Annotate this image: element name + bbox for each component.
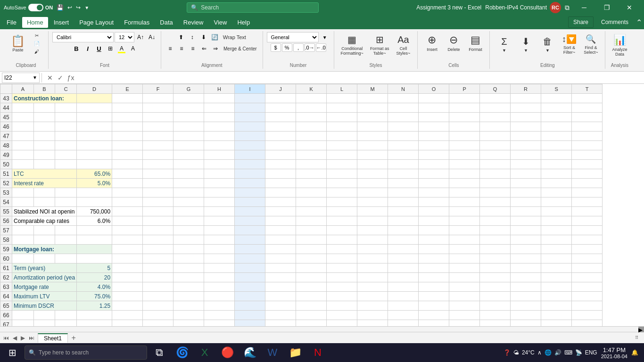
cell[interactable] xyxy=(480,273,511,282)
cell[interactable] xyxy=(112,292,143,301)
cell[interactable] xyxy=(419,226,449,235)
cell[interactable] xyxy=(511,282,541,292)
cell[interactable] xyxy=(357,94,388,103)
cell[interactable] xyxy=(12,113,34,122)
restore-button[interactable]: ❐ xyxy=(596,0,618,15)
menu-home[interactable]: Home xyxy=(22,17,48,28)
col-header-A[interactable]: A xyxy=(12,84,34,94)
cell[interactable] xyxy=(449,320,480,327)
cell[interactable] xyxy=(204,263,235,273)
cell[interactable] xyxy=(112,207,143,216)
cell[interactable] xyxy=(173,113,204,122)
cell[interactable] xyxy=(541,282,572,292)
sheet-nav-first[interactable]: ⏮ xyxy=(2,335,10,341)
orientation-button[interactable]: 🔄 xyxy=(210,32,220,42)
cell[interactable] xyxy=(511,245,541,254)
decrease-font-button[interactable]: A↓ xyxy=(147,32,157,42)
cell[interactable] xyxy=(327,207,357,216)
taskbar-files[interactable]: 📁 xyxy=(285,343,305,362)
col-header-R[interactable]: R xyxy=(511,84,541,94)
cell[interactable] xyxy=(449,197,480,207)
cell[interactable] xyxy=(235,169,265,179)
cell[interactable] xyxy=(204,94,235,103)
cell[interactable] xyxy=(296,207,327,216)
col-header-S[interactable]: S xyxy=(541,84,572,94)
cell[interactable] xyxy=(235,141,265,150)
cell[interactable] xyxy=(77,113,112,122)
cell[interactable] xyxy=(572,150,603,160)
search-bar[interactable]: 🔍 xyxy=(187,2,319,13)
cell[interactable] xyxy=(419,320,449,327)
cell[interactable] xyxy=(357,113,388,122)
cell[interactable] xyxy=(55,197,77,207)
cell-ref-dropdown[interactable]: ▼ xyxy=(33,75,37,80)
insert-cells-button[interactable]: ⊕ Insert xyxy=(421,32,442,54)
format-cells-button[interactable]: ▤ Format xyxy=(465,32,486,54)
cell[interactable] xyxy=(55,320,77,327)
cell[interactable] xyxy=(419,169,449,179)
cell[interactable] xyxy=(33,132,55,141)
cell[interactable] xyxy=(77,320,112,327)
cell[interactable] xyxy=(357,245,388,254)
cell[interactable] xyxy=(204,282,235,292)
align-center-button[interactable]: ≡ xyxy=(176,43,187,54)
cell[interactable] xyxy=(357,150,388,160)
cell[interactable] xyxy=(357,122,388,132)
find-select-button[interactable]: 🔍 Find &Select~ xyxy=(580,32,601,57)
cell[interactable] xyxy=(357,103,388,113)
cell[interactable] xyxy=(265,179,296,188)
cell[interactable] xyxy=(173,311,204,320)
cell[interactable] xyxy=(143,216,173,226)
cell[interactable] xyxy=(235,207,265,216)
keyboard-icon[interactable]: ⌨ xyxy=(564,349,572,356)
cell[interactable] xyxy=(112,169,143,179)
cell[interactable] xyxy=(327,103,357,113)
number-format-expand[interactable]: ▼ xyxy=(320,32,330,42)
cell[interactable] xyxy=(173,169,204,179)
cell[interactable] xyxy=(511,94,541,103)
cell[interactable] xyxy=(572,320,603,327)
cell[interactable] xyxy=(33,160,55,169)
cell[interactable] xyxy=(77,122,112,132)
cell[interactable] xyxy=(419,254,449,263)
cell[interactable] xyxy=(357,254,388,263)
tab-scroll-right[interactable]: ⠿ xyxy=(635,335,638,340)
expand-tray-icon[interactable]: ∧ xyxy=(537,349,542,356)
cell[interactable] xyxy=(55,150,77,160)
cell[interactable] xyxy=(327,254,357,263)
col-header-K[interactable]: K xyxy=(296,84,327,94)
cell[interactable] xyxy=(296,141,327,150)
borders-button[interactable]: ⊞ xyxy=(105,43,116,54)
copy-button[interactable]: 📄 xyxy=(29,40,44,47)
cell[interactable] xyxy=(235,197,265,207)
cell[interactable] xyxy=(480,169,511,179)
scroll-right-button[interactable]: ▶ xyxy=(638,327,644,332)
cell[interactable] xyxy=(419,141,449,150)
col-header-F[interactable]: F xyxy=(143,84,173,94)
cell[interactable] xyxy=(449,122,480,132)
cell[interactable] xyxy=(173,320,204,327)
cell[interactable] xyxy=(265,197,296,207)
cell[interactable] xyxy=(511,226,541,235)
cell[interactable] xyxy=(388,207,419,216)
cell[interactable] xyxy=(204,245,235,254)
cell[interactable] xyxy=(265,216,296,226)
cell[interactable] xyxy=(511,311,541,320)
cell[interactable] xyxy=(112,226,143,235)
font-size-select[interactable]: 12 xyxy=(115,32,134,42)
undo-icon[interactable]: ↩ xyxy=(67,4,72,11)
formula-confirm-icon[interactable]: ✓ xyxy=(56,74,65,82)
cell[interactable] xyxy=(33,226,55,235)
cell[interactable] xyxy=(480,282,511,292)
cell[interactable] xyxy=(204,103,235,113)
cell[interactable] xyxy=(112,160,143,169)
cell[interactable] xyxy=(449,273,480,282)
cell[interactable] xyxy=(480,103,511,113)
cell[interactable] xyxy=(143,103,173,113)
cell[interactable] xyxy=(480,94,511,103)
cell[interactable] xyxy=(572,273,603,282)
cell[interactable] xyxy=(327,169,357,179)
underline-button[interactable]: U xyxy=(94,43,104,54)
cell[interactable] xyxy=(112,254,143,263)
cell[interactable] xyxy=(204,179,235,188)
